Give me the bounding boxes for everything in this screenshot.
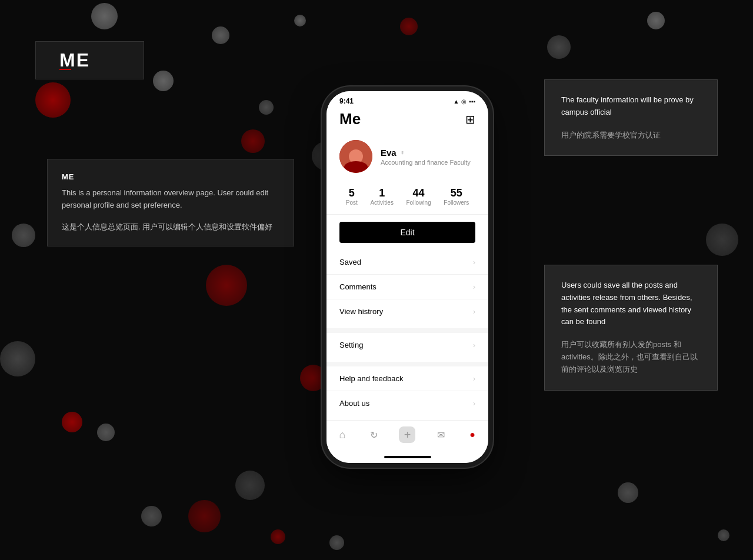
menu-section-1: Saved › Comments › View histrory › (326, 250, 488, 324)
status-icons: ▲ ◎ ▪▪▪ (453, 98, 475, 105)
stat-post: 5 Post (346, 187, 358, 206)
nav-messages-icon[interactable]: ✉ (434, 428, 447, 441)
title-box: ME (35, 41, 144, 79)
following-count: 44 (406, 187, 431, 199)
menu-item-view-history[interactable]: View histrory › (326, 299, 488, 324)
wifi-icon: ◎ (461, 98, 467, 105)
followers-label: Followers (444, 199, 469, 206)
setting-label: Setting (339, 341, 363, 349)
comments-arrow: › (473, 283, 475, 291)
desc-heading: ME (62, 172, 279, 181)
comments-label: Comments (339, 282, 376, 291)
about-label: About us (339, 399, 369, 408)
menu-item-comments[interactable]: Comments › (326, 275, 488, 299)
stat-followers: 55 Followers (444, 187, 469, 206)
menu-section-2: Setting › (326, 333, 488, 357)
help-label: Help and feedback (339, 374, 403, 383)
menu-item-about[interactable]: About us › (326, 391, 488, 415)
setting-arrow: › (473, 341, 475, 349)
nav-post-icon[interactable]: + (399, 426, 415, 443)
qr-icon[interactable]: ⊞ (465, 112, 475, 126)
faculty-card-english: The faculty information will be prove by… (561, 94, 701, 119)
signal-icon: ▲ (453, 98, 459, 105)
phone-mockup: 9:41 ▲ ◎ ▪▪▪ Me ⊞ Eva ♀ Accounting and f… (326, 91, 488, 463)
home-indicator (326, 454, 488, 463)
menu-item-saved[interactable]: Saved › (326, 250, 488, 275)
menu-item-help[interactable]: Help and feedback › (326, 366, 488, 391)
avatar-image (339, 140, 372, 173)
desc-chinese: 这是个人信息总览页面. 用户可以编辑个人信息和设置软件偏好 (62, 221, 279, 234)
save-card-english: Users could save all the posts and activ… (561, 279, 701, 328)
avatar (339, 140, 372, 173)
stat-following: 44 Following (406, 187, 431, 206)
menu-item-setting[interactable]: Setting › (326, 333, 488, 357)
activities-label: Activities (370, 199, 393, 206)
info-card-save: Users could save all the posts and activ… (544, 265, 718, 391)
view-history-label: View histrory (339, 307, 383, 316)
stat-activities: 1 Activities (370, 187, 393, 206)
info-card-faculty: The faculty information will be prove by… (544, 79, 718, 156)
gender-badge: ♀ (400, 149, 405, 156)
description-box: ME This is a personal information overvi… (47, 159, 294, 246)
faculty-card-chinese: 用户的院系需要学校官方认证 (561, 129, 701, 142)
nav-activities-icon[interactable]: ↻ (368, 428, 381, 441)
edit-button[interactable]: Edit (339, 222, 475, 243)
profile-section: Eva ♀ Accounting and finance Faculty (326, 134, 488, 181)
profile-info: Eva ♀ Accounting and finance Faculty (381, 148, 471, 166)
profile-name: Eva ♀ (381, 148, 471, 158)
post-label: Post (346, 199, 358, 206)
saved-arrow: › (473, 258, 475, 266)
nav-home-icon[interactable]: ⌂ (336, 428, 349, 441)
page-title: ME (59, 49, 90, 71)
menu-section-3: Help and feedback › About us › (326, 366, 488, 415)
post-count: 5 (346, 187, 358, 199)
activities-count: 1 (370, 187, 393, 199)
about-arrow: › (473, 399, 475, 408)
nav-profile-icon[interactable]: ● (466, 428, 479, 441)
following-label: Following (406, 199, 431, 206)
home-bar (384, 456, 431, 458)
status-time: 9:41 (339, 97, 354, 105)
status-bar: 9:41 ▲ ◎ ▪▪▪ (326, 91, 488, 108)
desc-english: This is a personal information overview … (62, 187, 279, 212)
phone-screen: 9:41 ▲ ◎ ▪▪▪ Me ⊞ Eva ♀ Accounting and f… (326, 91, 488, 463)
bottom-nav: ⌂ ↻ + ✉ ● (326, 420, 488, 454)
saved-label: Saved (339, 258, 361, 266)
phone-header: Me ⊞ (326, 108, 488, 134)
phone-screen-title: Me (339, 110, 361, 128)
help-arrow: › (473, 375, 475, 383)
stats-row: 5 Post 1 Activities 44 Following 55 Foll… (326, 181, 488, 215)
profile-faculty: Accounting and finance Faculty (381, 159, 471, 166)
save-card-chinese: 用户可以收藏所有别人发的posts 和 activities。除此之外，也可查看… (561, 339, 701, 375)
followers-count: 55 (444, 187, 469, 199)
battery-icon: ▪▪▪ (469, 98, 475, 105)
view-history-arrow: › (473, 308, 475, 316)
